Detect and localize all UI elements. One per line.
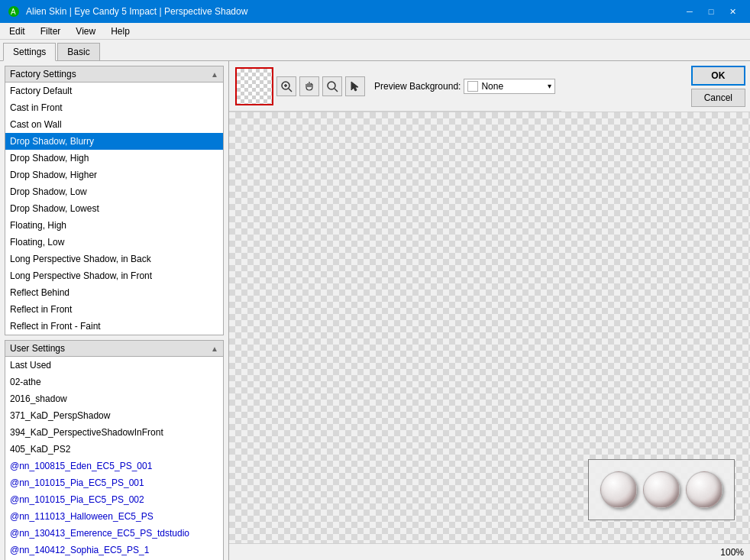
list-item[interactable]: Cast on Wall bbox=[5, 116, 223, 133]
list-item[interactable]: Long Perspective Shadow, in Front bbox=[5, 267, 223, 284]
zoom-icon bbox=[326, 80, 338, 92]
list-item[interactable]: Factory Default bbox=[5, 83, 223, 99]
tab-basic[interactable]: Basic bbox=[57, 43, 99, 60]
factory-settings-header: Factory Settings ▲ bbox=[5, 66, 223, 83]
glass-ball-3 bbox=[686, 471, 723, 508]
list-item[interactable]: Reflect in Front - Faint bbox=[5, 318, 223, 335]
zoom-button[interactable] bbox=[322, 76, 342, 96]
list-item[interactable]: Reflect Behind bbox=[5, 284, 223, 301]
minimize-button[interactable]: ─ bbox=[680, 4, 700, 19]
user-settings-title: User Settings bbox=[10, 343, 65, 354]
factory-settings-section: Factory Settings ▲ Factory Default Cast … bbox=[5, 66, 224, 335]
left-panel: Factory Settings ▲ Factory Default Cast … bbox=[0, 61, 229, 560]
list-item[interactable]: @nn_140412_Sophia_EC5_PS_1 bbox=[5, 542, 223, 558]
user-settings-section: User Settings ▲ Last Used 02-athe 2016_s… bbox=[5, 340, 224, 560]
svg-text:A: A bbox=[11, 8, 16, 16]
main-content: Factory Settings ▲ Factory Default Cast … bbox=[0, 61, 750, 560]
arrow-icon bbox=[349, 80, 361, 92]
cancel-button[interactable]: Cancel bbox=[691, 89, 745, 107]
tabs-bar: Settings Basic bbox=[0, 40, 750, 61]
menu-help[interactable]: Help bbox=[105, 24, 136, 38]
list-item[interactable]: 405_KaD_PS2 bbox=[5, 441, 223, 458]
list-item[interactable]: @nn_130413_Emerence_EC5_PS_tdstudio bbox=[5, 525, 223, 542]
title-bar: A Alien Skin | Eye Candy 5 Impact | Pers… bbox=[0, 0, 750, 23]
list-item[interactable]: 371_KaD_PerspShadow bbox=[5, 407, 223, 424]
hand-icon bbox=[303, 80, 315, 92]
right-panel: Preview Background: None ▾ OK Cancel bbox=[229, 61, 750, 560]
color-swatch bbox=[467, 81, 478, 92]
glass-ball-1 bbox=[600, 471, 637, 508]
app-icon: A bbox=[8, 5, 20, 18]
svg-line-3 bbox=[289, 89, 292, 92]
menu-view[interactable]: View bbox=[70, 24, 102, 38]
list-item[interactable]: Drop Shadow, Higher bbox=[5, 167, 223, 183]
title-bar-title: Alien Skin | Eye Candy 5 Impact | Perspe… bbox=[26, 6, 247, 17]
menu-edit[interactable]: Edit bbox=[3, 24, 31, 38]
list-item[interactable]: Drop Shadow, Lowest bbox=[5, 200, 223, 217]
list-item[interactable]: @nn_101015_Pia_EC5_PS_001 bbox=[5, 474, 223, 491]
pointer-icon bbox=[280, 80, 293, 92]
pan-button[interactable] bbox=[299, 76, 319, 96]
preview-thumbnail-small bbox=[235, 67, 273, 105]
list-item[interactable]: Last Used bbox=[5, 357, 223, 374]
preview-bg-select[interactable]: None ▾ bbox=[464, 79, 555, 94]
svg-line-7 bbox=[335, 89, 338, 92]
factory-settings-scroll-indicator: ▲ bbox=[211, 70, 218, 79]
status-bar: 100% bbox=[229, 543, 750, 560]
list-item[interactable]: Cast in Front bbox=[5, 99, 223, 116]
user-settings-scroll-indicator: ▲ bbox=[211, 345, 218, 353]
preview-bg-label: Preview Background: bbox=[374, 81, 461, 92]
list-item[interactable]: Long Perspective Shadow, in Back bbox=[5, 251, 223, 267]
list-item[interactable]: Drop Shadow, High bbox=[5, 150, 223, 167]
svg-point-6 bbox=[328, 82, 335, 89]
tab-settings[interactable]: Settings bbox=[3, 43, 56, 61]
list-item[interactable]: Drop Shadow, Low bbox=[5, 183, 223, 200]
menu-bar: Edit Filter View Help bbox=[0, 23, 750, 40]
preview-area bbox=[229, 112, 750, 543]
zoom-in-button[interactable] bbox=[276, 76, 296, 96]
arrow-button[interactable] bbox=[345, 76, 365, 96]
maximize-button[interactable]: □ bbox=[701, 4, 721, 19]
ok-button[interactable]: OK bbox=[691, 66, 745, 86]
preview-toolbar: Preview Background: None ▾ bbox=[229, 61, 561, 112]
right-panel-top: Preview Background: None ▾ OK Cancel bbox=[229, 61, 750, 112]
user-settings-header: User Settings ▲ bbox=[5, 341, 223, 357]
thumbnail-content bbox=[589, 460, 734, 520]
bg-option-text: None bbox=[481, 81, 545, 92]
preview-image-thumbnail bbox=[588, 459, 735, 520]
glass-ball-2 bbox=[643, 471, 680, 508]
dropdown-arrow-icon: ▾ bbox=[548, 82, 551, 90]
list-item[interactable]: Reflect in Front bbox=[5, 301, 223, 318]
factory-settings-title: Factory Settings bbox=[10, 69, 76, 79]
list-item[interactable]: 394_KaD_PerspectiveShadowInFront bbox=[5, 424, 223, 441]
list-item-selected[interactable]: Drop Shadow, Blurry bbox=[5, 133, 223, 150]
list-item[interactable]: @nn_111013_Halloween_EC5_PS bbox=[5, 508, 223, 525]
list-item[interactable]: Floating, High bbox=[5, 217, 223, 234]
list-item[interactable]: Floating, Low bbox=[5, 234, 223, 251]
list-item[interactable]: 2016_shadow bbox=[5, 390, 223, 407]
list-item[interactable]: 02-athe bbox=[5, 374, 223, 390]
close-button[interactable]: ✕ bbox=[723, 4, 742, 19]
ok-cancel-area: OK Cancel bbox=[687, 61, 750, 112]
list-item[interactable]: @nn_101015_Pia_EC5_PS_002 bbox=[5, 491, 223, 508]
user-settings-list[interactable]: Last Used 02-athe 2016_shadow 371_KaD_Pe… bbox=[5, 357, 223, 560]
factory-settings-list[interactable]: Factory Default Cast in Front Cast on Wa… bbox=[5, 83, 223, 335]
menu-filter[interactable]: Filter bbox=[34, 24, 67, 38]
zoom-level: 100% bbox=[720, 547, 744, 558]
list-item[interactable]: @nn_100815_Eden_EC5_PS_001 bbox=[5, 458, 223, 474]
